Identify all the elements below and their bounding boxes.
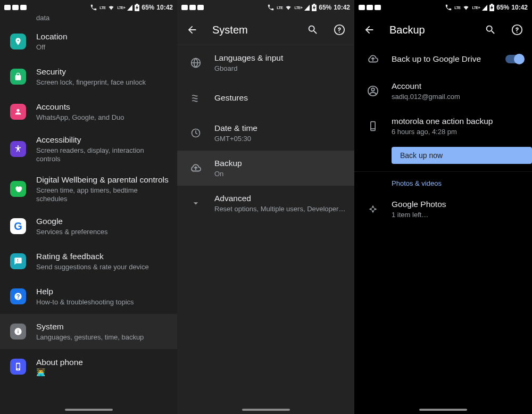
settings-item-about[interactable]: About phone👨‍💻 bbox=[0, 349, 177, 384]
item-title: Help bbox=[36, 286, 169, 297]
item-title: motorola one action backup bbox=[392, 116, 523, 127]
item-sub: 👨‍💻 bbox=[36, 368, 169, 376]
settings-item-accessibility[interactable]: AccessibilityScreen readers, display, in… bbox=[0, 129, 177, 169]
item-title: Location bbox=[36, 31, 169, 42]
wifi-icon bbox=[285, 4, 292, 11]
item-title: Security bbox=[36, 67, 169, 77]
search-button[interactable] bbox=[306, 23, 319, 36]
settings-item-location[interactable]: LocationOff bbox=[0, 24, 177, 59]
battery-text: 65% bbox=[142, 4, 154, 11]
backup-device-row[interactable]: motorola one action backup6 hours ago, 4… bbox=[354, 109, 532, 144]
item-sub: On bbox=[214, 170, 346, 178]
item-title: System bbox=[36, 321, 169, 332]
nav-pill[interactable] bbox=[242, 409, 290, 411]
item-sub: GMT+05:30 bbox=[214, 135, 346, 143]
feedback-icon bbox=[10, 253, 26, 269]
system-item-languages[interactable]: Languages & inputGboard bbox=[177, 45, 354, 80]
nav-pill[interactable] bbox=[419, 409, 467, 411]
settings-item-system[interactable]: SystemLanguages, gestures, time, backup bbox=[0, 314, 177, 349]
system-icon bbox=[10, 324, 26, 340]
item-sub: Screen lock, fingerprint, face unlock bbox=[36, 78, 169, 87]
accessibility-icon bbox=[10, 141, 26, 157]
battery-icon bbox=[312, 4, 317, 11]
item-title: Accounts bbox=[36, 102, 169, 112]
notif-icon bbox=[189, 5, 196, 10]
accounts-icon bbox=[10, 104, 26, 120]
settings-item-wellbeing[interactable]: Digital Wellbeing & parental controlsScr… bbox=[0, 169, 177, 209]
volte-icon bbox=[90, 4, 97, 11]
item-title: Digital Wellbeing & parental controls bbox=[36, 175, 169, 185]
item-title: Gestures bbox=[214, 93, 346, 103]
google-photos-row[interactable]: Google Photos1 item left… bbox=[354, 192, 532, 227]
item-sub: Off bbox=[36, 43, 169, 52]
system-item-gestures[interactable]: Gestures bbox=[177, 80, 354, 115]
item-sub: 1 item left… bbox=[392, 211, 523, 219]
lteplus-icon: LTE+ bbox=[117, 6, 125, 10]
clock-icon bbox=[189, 127, 202, 139]
nav-pill[interactable] bbox=[65, 409, 113, 411]
help-icon bbox=[10, 288, 26, 304]
item-sub: Languages, gestures, time, backup bbox=[36, 333, 169, 342]
item-title: Google bbox=[36, 216, 169, 227]
status-bar: LTE LTE+ 65% 10:42 bbox=[177, 0, 354, 15]
item-title: Backup bbox=[214, 158, 346, 169]
search-button[interactable] bbox=[484, 23, 497, 36]
settings-item-security[interactable]: SecurityScreen lock, fingerprint, face u… bbox=[0, 59, 177, 94]
help-button[interactable] bbox=[333, 23, 346, 36]
system-item-backup[interactable]: BackupOn bbox=[177, 151, 354, 186]
system-item-advanced[interactable]: AdvancedReset options, Multiple users, D… bbox=[177, 186, 354, 221]
cloud-upload-icon bbox=[367, 53, 379, 65]
item-sub: Services & preferences bbox=[36, 228, 169, 236]
notif-icon bbox=[181, 5, 188, 10]
backup-account-row[interactable]: Accountsadiq.012@gmail.com bbox=[354, 73, 532, 109]
item-sub: sadiq.012@gmail.com bbox=[392, 93, 523, 101]
gestures-icon bbox=[189, 92, 202, 104]
backup-now-button[interactable]: Back up now bbox=[392, 147, 532, 164]
signal-icon bbox=[482, 5, 487, 11]
volte-icon bbox=[267, 4, 275, 11]
status-bar: LTE LTE+ 65% 10:42 bbox=[354, 0, 532, 15]
item-title: Languages & input bbox=[214, 53, 346, 63]
clock-text: 10:42 bbox=[511, 4, 528, 11]
settings-item-accounts[interactable]: AccountsWhatsApp, Google, and Duo bbox=[0, 94, 177, 129]
svg-point-2 bbox=[371, 88, 375, 92]
globe-icon bbox=[189, 56, 202, 69]
wifi-icon bbox=[462, 4, 470, 11]
header: System bbox=[177, 15, 354, 45]
backup-toggle-row[interactable]: Back up to Google Drive bbox=[354, 45, 532, 73]
settings-item-feedback[interactable]: Rating & feedbackSend suggestions & rate… bbox=[0, 244, 177, 279]
help-button[interactable] bbox=[511, 23, 523, 36]
system-panel: LTE LTE+ 65% 10:42 System Languages & in… bbox=[177, 0, 354, 414]
security-icon bbox=[10, 69, 26, 85]
wellbeing-icon bbox=[10, 181, 26, 197]
back-button[interactable] bbox=[363, 23, 376, 36]
battery-text: 65% bbox=[496, 4, 509, 11]
phone-icon bbox=[367, 120, 379, 133]
notif-icon bbox=[367, 5, 373, 10]
google-icon: G bbox=[10, 218, 26, 234]
lte-icon: LTE bbox=[454, 6, 460, 10]
signal-icon bbox=[304, 5, 310, 11]
item-sub: Reset options, Multiple users, Developer… bbox=[214, 205, 346, 213]
item-title: Accessibility bbox=[36, 135, 169, 145]
item-sub: Screen time, app timers, bedtime schedul… bbox=[36, 186, 169, 204]
section-header: Photos & videos bbox=[354, 172, 532, 192]
backup-toggle[interactable] bbox=[505, 55, 523, 63]
system-item-datetime[interactable]: Date & timeGMT+05:30 bbox=[177, 115, 354, 151]
back-button[interactable] bbox=[186, 23, 198, 36]
item-sub: WhatsApp, Google, and Duo bbox=[36, 113, 169, 122]
item-title: Rating & feedback bbox=[36, 251, 169, 262]
battery-icon bbox=[135, 4, 139, 11]
cloud-upload-icon bbox=[189, 162, 202, 175]
item-title: Account bbox=[392, 81, 523, 92]
settings-item-help[interactable]: HelpHow-to & troubleshooting topics bbox=[0, 279, 177, 314]
item-sub: 6 hours ago, 4:28 pm bbox=[392, 128, 523, 136]
lteplus-icon: LTE+ bbox=[294, 6, 302, 10]
battery-icon bbox=[489, 4, 494, 11]
backup-panel: LTE LTE+ 65% 10:42 Backup Back up to Goo… bbox=[354, 0, 532, 414]
item-title: Date & time bbox=[214, 123, 346, 134]
item-sub: Send suggestions & rate your device bbox=[36, 263, 169, 271]
settings-item-google[interactable]: G GoogleServices & preferences bbox=[0, 209, 177, 244]
toggle-label: Back up to Google Drive bbox=[392, 54, 501, 64]
chevron-down-icon bbox=[189, 197, 202, 210]
